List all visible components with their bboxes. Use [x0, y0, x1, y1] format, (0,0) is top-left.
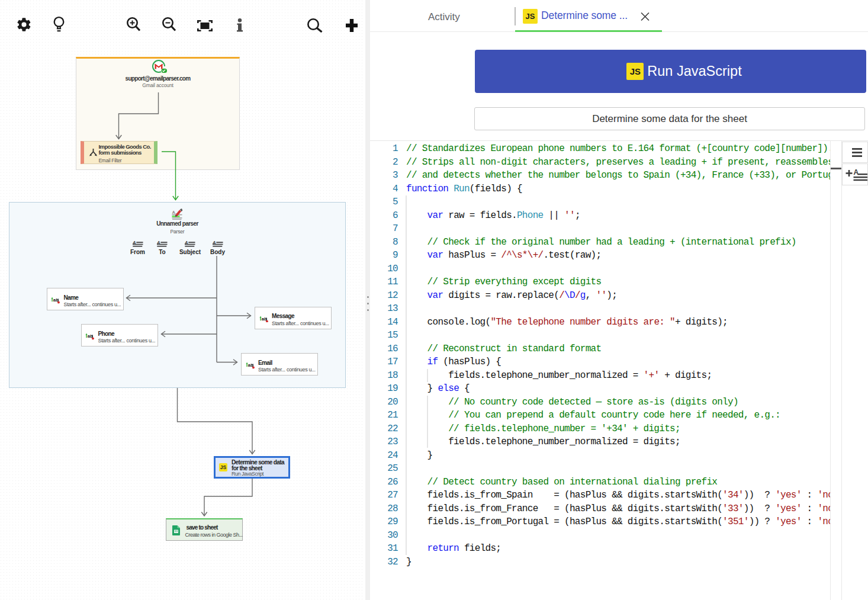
- svg-text:A: A: [854, 169, 859, 177]
